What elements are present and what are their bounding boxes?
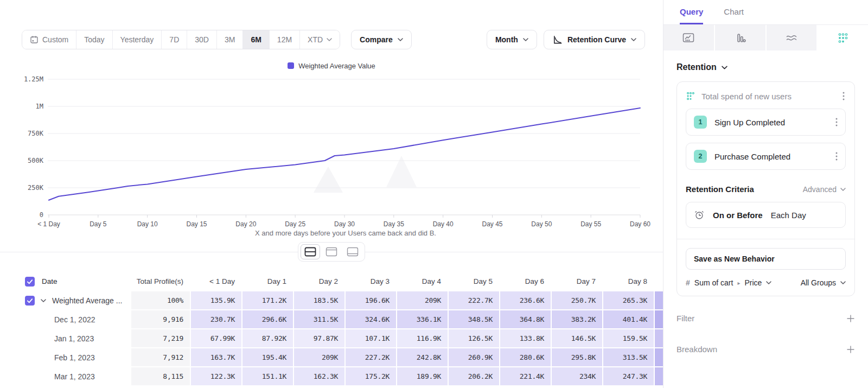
sidebar-content: Retention Total spend of new users — [663, 50, 868, 354]
retention-value-cell: 107.1K — [346, 329, 396, 347]
date-range-label: XTD — [308, 35, 323, 44]
step-row-2[interactable]: 2 Purchase Completed — [686, 143, 846, 170]
retention-value-cell: 265.3K — [603, 291, 654, 309]
overflow-value-cell — [655, 367, 663, 385]
overflow-value-cell — [655, 329, 663, 347]
x-axis-tick-label: Day 35 — [384, 220, 404, 228]
row-label-text: Dec 1, 2022 — [54, 315, 95, 324]
bar-chart-icon[interactable] — [715, 25, 765, 50]
x-axis-tick-label: Day 30 — [334, 220, 355, 228]
date-range-custom[interactable]: Custom — [22, 30, 76, 49]
retention-value-cell: 183.5K — [294, 291, 344, 309]
save-as-new-behavior-button[interactable]: Save as New Behavior — [686, 248, 846, 270]
retention-value-cell: 234K — [552, 367, 602, 385]
sidebar-tabs: Query Chart — [663, 0, 868, 25]
compare-button[interactable]: Compare — [351, 30, 412, 49]
report-type-dropdown[interactable]: Retention — [676, 62, 855, 72]
chevron-down-icon[interactable] — [41, 299, 46, 302]
chevron-down-icon — [631, 38, 636, 41]
column-header: Day 2 — [294, 272, 344, 290]
retention-value-cell: 151.1K — [242, 367, 293, 385]
date-range-12m[interactable]: 12M — [269, 30, 299, 49]
group-selector-dropdown[interactable]: All Groups — [801, 278, 846, 287]
column-header: Day 6 — [500, 272, 551, 290]
step-row-1[interactable]: 1 Sign Up Completed — [686, 109, 846, 136]
date-range-selector: CustomTodayYesterday7D30D3M6M12MXTD — [22, 30, 340, 49]
table-focus-view-button[interactable] — [343, 244, 362, 259]
retention-value-cell: 146.5K — [552, 329, 602, 347]
chart-legend: Weighted Average Value — [0, 61, 663, 71]
table-row-label: Jan 1, 2023 — [0, 329, 130, 347]
date-range-label: Custom — [42, 35, 68, 44]
series-line — [49, 108, 640, 200]
x-axis-tick-label: Day 45 — [482, 220, 502, 228]
select-all-checkbox[interactable] — [25, 277, 35, 287]
date-range-today[interactable]: Today — [76, 30, 112, 49]
date-range-label: 7D — [169, 35, 179, 44]
retention-value-cell: 311.5K — [294, 310, 344, 328]
retention-value-cell: 189.9K — [397, 367, 448, 385]
retention-value-cell: 87.92K — [242, 329, 293, 347]
table-focus-view-icon — [347, 247, 359, 257]
chart-focus-view-button[interactable] — [322, 244, 341, 259]
column-header: Day 3 — [346, 272, 396, 290]
table-row-label: Dec 1, 2022 — [0, 310, 130, 328]
retention-mini-icon — [686, 91, 695, 101]
date-range-30d[interactable]: 30D — [187, 30, 216, 49]
retention-value-cell: 242.8K — [397, 348, 448, 366]
tab-query[interactable]: Query — [680, 7, 703, 24]
date-range-xtd[interactable]: XTD — [299, 30, 340, 49]
chart-type-dropdown[interactable]: Retention Curve — [544, 30, 645, 49]
retention-value-cell: 280.6K — [500, 348, 551, 366]
date-range-yesterday[interactable]: Yesterday — [112, 30, 162, 49]
window-value-label: Each Day — [771, 211, 806, 220]
chart-type-label: Retention Curve — [567, 35, 626, 44]
legend-swatch — [288, 62, 294, 69]
date-range-7d[interactable]: 7D — [161, 30, 187, 49]
retention-value-cell: 247.3K — [603, 367, 654, 385]
granularity-dropdown[interactable]: Month — [487, 30, 537, 49]
behavior-header: Total spend of new users — [686, 91, 846, 101]
filter-label: Filter — [676, 314, 846, 323]
retention-value-cell: 162.3K — [294, 367, 344, 385]
date-range-3m[interactable]: 3M — [216, 30, 242, 49]
date-range-6m[interactable]: 6M — [242, 30, 269, 49]
retention-window-selector[interactable]: On or Before Each Day — [686, 202, 846, 228]
retention-value-cell: 383.2K — [552, 310, 602, 328]
retention-icon[interactable] — [818, 25, 868, 50]
chevron-down-icon — [840, 281, 846, 284]
measure-property-dropdown[interactable]: # Sum of cart ▸ Price — [686, 278, 801, 287]
y-axis-tick-label: 1.25M — [24, 75, 43, 83]
chevron-down-icon — [523, 38, 528, 41]
window-mode-label: On or Before — [713, 211, 763, 220]
x-axis-tick-label: < 1 Day — [37, 220, 60, 228]
group-label: All Groups — [801, 278, 836, 287]
kebab-menu-icon[interactable] — [834, 151, 839, 162]
kebab-menu-icon[interactable] — [841, 91, 846, 101]
retention-criteria-row: Retention Criteria Advanced — [686, 185, 846, 194]
date-range-label: 12M — [277, 35, 292, 44]
table-row-label: Feb 1, 2023 — [0, 348, 130, 366]
row-checkbox[interactable] — [25, 296, 35, 306]
total-profiles-cell: 100% — [131, 291, 190, 309]
insights-icon[interactable] — [663, 25, 714, 50]
retention-value-cell: 195.4K — [242, 348, 293, 366]
retention-value-cell: 221.4K — [500, 367, 551, 385]
chevron-down-icon — [722, 66, 727, 69]
measure-label: Sum of cart — [694, 278, 733, 287]
criteria-mode-dropdown[interactable]: Advanced — [803, 185, 846, 194]
x-axis-tick-label: Day 50 — [531, 220, 552, 228]
granularity-label: Month — [495, 35, 518, 44]
add-filter-button[interactable] — [846, 314, 855, 323]
total-profiles-cell: 9,916 — [131, 310, 190, 328]
retention-line-chart: 0250K500K750K1M1.25M< 1 DayDay 5Day 10Da… — [0, 71, 663, 238]
split-view-button[interactable] — [301, 244, 320, 259]
tab-chart[interactable]: Chart — [724, 7, 744, 24]
add-breakdown-button[interactable] — [846, 345, 855, 354]
y-axis-tick-label: 1M — [36, 103, 43, 110]
legend-label: Weighted Average Value — [298, 62, 375, 70]
x-axis-tick-label: Day 20 — [235, 220, 256, 228]
flows-icon[interactable] — [767, 25, 817, 50]
overflow-value-cell — [655, 310, 663, 328]
kebab-menu-icon[interactable] — [834, 117, 839, 128]
